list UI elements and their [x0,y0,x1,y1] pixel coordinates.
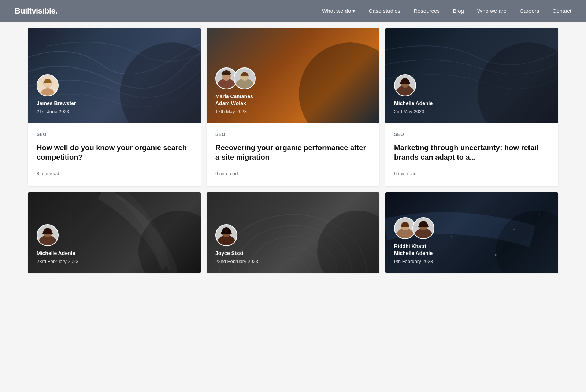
nav-link-case-studies[interactable]: Case studies [368,8,400,14]
avatar-michelle-1 [394,74,416,96]
author-name-3: Michelle Adenle [394,100,433,107]
author-name-1: James Brewster [37,100,76,107]
card-image-5: Joyce Sissi 22nd February 2023 [207,192,379,273]
nav-link-what-we-do[interactable]: What we do [322,8,355,14]
card-body-2: SEO Recovering your organic performance … [207,123,379,186]
avatar-michelle-2 [37,224,59,246]
card-authors-5: Joyce Sissi 22nd February 2023 [215,224,258,264]
card-body-3: SEO Marketing through uncertainty: how r… [385,123,558,186]
avatar-adam [234,67,256,89]
nav-link-who-we-are[interactable]: Who we are [477,8,507,14]
author-avatars-2 [215,67,256,89]
blog-card-6[interactable]: Riddhi Khatri Michelle Adenle 9th Februa… [385,192,558,273]
page-content: James Brewster 21st June 2023 SEO How we… [0,22,586,285]
card-title-1[interactable]: How well do you know your organic search… [37,143,192,162]
card-image-4: Michelle Adenle 23rd February 2023 [28,192,201,273]
author-avatars-3 [394,74,433,96]
cards-row-1: James Brewster 21st June 2023 SEO How we… [28,28,558,186]
nav-item-what-we-do[interactable]: What we do [322,8,355,14]
card-body-1: SEO How well do you know your organic se… [28,123,201,186]
card-title-2[interactable]: Recovering your organic performance afte… [215,143,371,162]
author-name-5: Joyce Sissi [215,250,258,257]
card-category-2: SEO [215,132,371,137]
card-authors-1: James Brewster 21st June 2023 [37,74,76,114]
blog-card-5[interactable]: Joyce Sissi 22nd February 2023 [207,192,379,273]
card-date-3: 2nd May 2023 [394,109,433,114]
author-name-2: Maria Camanes Adam Wolak [215,93,256,107]
card-date-1: 21st June 2023 [37,109,76,114]
card-authors-2: Maria Camanes Adam Wolak 17th May 2023 [215,67,256,114]
card-authors-6: Riddhi Khatri Michelle Adenle 9th Februa… [394,217,434,264]
blog-card-3[interactable]: Michelle Adenle 2nd May 2023 SEO Marketi… [385,28,558,186]
nav-item-who-we-are[interactable]: Who we are [477,8,507,14]
avatar-james [37,74,59,96]
card-title-3[interactable]: Marketing through uncertainty: how retai… [394,143,549,162]
avatar-michelle-3 [412,217,434,239]
avatar-joyce [215,224,237,246]
nav-item-resources[interactable]: Resources [413,8,440,14]
svg-point-14 [264,248,323,273]
blog-card-4[interactable]: Michelle Adenle 23rd February 2023 [28,192,201,273]
card-authors-3: Michelle Adenle 2nd May 2023 [394,74,433,114]
card-date-4: 23rd February 2023 [37,259,78,264]
card-authors-4: Michelle Adenle 23rd February 2023 [37,224,78,264]
card-image-1: James Brewster 21st June 2023 [28,28,201,123]
site-logo[interactable]: Builtvisible. [15,6,58,16]
card-category-3: SEO [394,132,549,137]
main-nav: Builtvisible. What we do Case studies Re… [0,0,586,22]
nav-link-contact[interactable]: Contact [552,8,571,14]
author-avatars-1 [37,74,76,96]
author-name-6: Riddhi Khatri Michelle Adenle [394,243,434,257]
author-avatars-6 [394,217,434,239]
author-avatars-5 [215,224,258,246]
svg-point-1 [41,88,54,96]
svg-point-19 [458,207,459,208]
nav-links: What we do Case studies Resources Blog W… [322,8,571,14]
cards-row-2: Michelle Adenle 23rd February 2023 [28,192,558,273]
card-read-time-3: 6 min read [394,171,549,176]
nav-item-case-studies[interactable]: Case studies [368,8,400,14]
card-date-2: 17th May 2023 [215,109,256,114]
card-category-1: SEO [37,132,192,137]
svg-point-15 [278,259,308,273]
card-image-3: Michelle Adenle 2nd May 2023 [385,28,558,123]
card-date-6: 9th February 2023 [394,259,434,264]
card-image-2: Maria Camanes Adam Wolak 17th May 2023 [207,28,379,123]
card-circle-2 [299,42,379,123]
svg-point-24 [451,236,452,237]
card-read-time-2: 6 min read [215,171,371,176]
nav-link-careers[interactable]: Careers [520,8,539,14]
nav-link-resources[interactable]: Resources [413,8,440,14]
card-date-5: 22nd February 2023 [215,259,258,264]
nav-item-contact[interactable]: Contact [552,8,571,14]
card-image-6: Riddhi Khatri Michelle Adenle 9th Februa… [385,192,558,273]
blog-card-1[interactable]: James Brewster 21st June 2023 SEO How we… [28,28,201,186]
nav-item-blog[interactable]: Blog [453,8,464,14]
nav-item-careers[interactable]: Careers [520,8,539,14]
author-avatars-4 [37,224,78,246]
author-name-4: Michelle Adenle [37,250,78,257]
nav-link-blog[interactable]: Blog [453,8,464,14]
card-read-time-1: 8 min read [37,171,192,176]
blog-card-2[interactable]: Maria Camanes Adam Wolak 17th May 2023 S… [207,28,379,186]
